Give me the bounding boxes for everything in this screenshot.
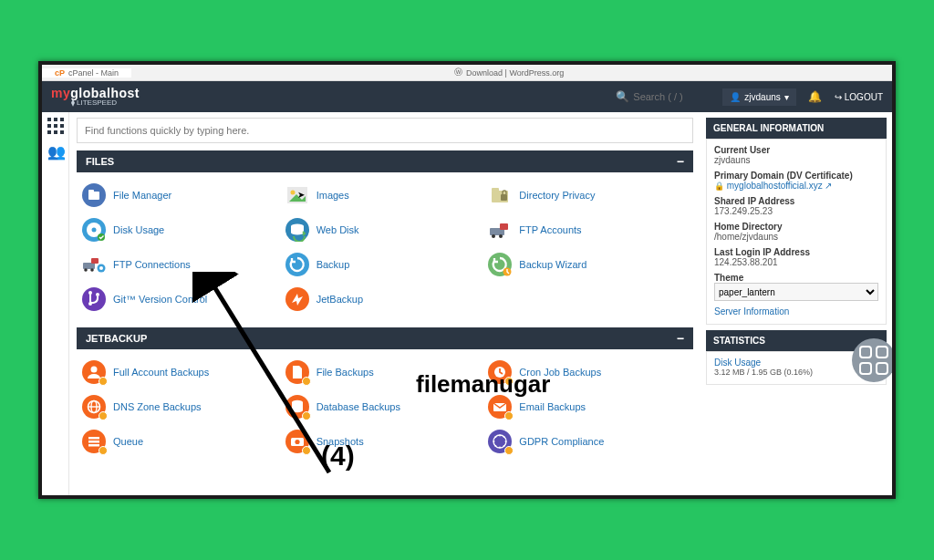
header-search[interactable]: 🔍 [616, 90, 715, 103]
group-jetbackup-header[interactable]: JETBACKUP − [77, 327, 693, 349]
cpanel-icon: cP [55, 68, 65, 78]
svg-point-69 [495, 445, 497, 447]
logo-my: my [51, 86, 70, 100]
svg-rect-31 [91, 258, 99, 264]
files-tool-file-manager[interactable]: File Manager [80, 180, 284, 211]
db-backups-icon [285, 395, 309, 419]
svg-point-68 [499, 447, 501, 449]
web-disk-icon [285, 218, 309, 242]
ftp-accounts-icon [488, 218, 512, 242]
jetbackup-tool-email-backups[interactable]: Email Backups [486, 391, 690, 422]
files-tool-dir-priv[interactable]: Directory Privacy [486, 180, 690, 211]
user-menu[interactable]: 👤 zjvdauns ▾ [722, 88, 795, 106]
backup-icon [285, 253, 309, 276]
svg-point-20 [92, 228, 97, 233]
svg-point-65 [503, 436, 505, 438]
floating-widget-button[interactable] [852, 338, 896, 382]
function-search[interactable] [77, 118, 693, 143]
tool-label: GDPR Compliance [519, 436, 604, 447]
notifications-button[interactable]: 🔔 [804, 90, 827, 103]
svg-point-21 [98, 233, 105, 241]
disk-usage-icon [82, 218, 106, 242]
jetbackup-tool-snapshots[interactable]: Snapshots [284, 426, 487, 457]
jetbackup-tool-cron-backups[interactable]: Cron Job Backups [486, 357, 690, 388]
files-tool-backup[interactable]: Backup [284, 249, 487, 280]
svg-point-33 [99, 266, 103, 270]
logout-button[interactable]: ↪ LOGOUT [835, 92, 883, 102]
tool-label: Snapshots [317, 436, 364, 447]
email-backups-icon [488, 395, 512, 419]
svg-rect-3 [47, 124, 51, 128]
shared-ip-label: Shared IP Address [714, 196, 878, 206]
jetbackup-tool-dns-backups[interactable]: DNS Zone Backups [80, 391, 284, 422]
files-tool-web-disk[interactable]: Web Disk [284, 214, 487, 245]
svg-rect-11 [88, 190, 94, 192]
tool-label: Images [317, 190, 349, 201]
svg-point-70 [493, 441, 495, 442]
svg-rect-4 [54, 124, 57, 128]
theme-label: Theme [714, 273, 878, 283]
user-icon: 👤 [730, 92, 741, 102]
bell-icon: 🔔 [808, 90, 822, 103]
jetbackup-tool-file-backups[interactable]: File Backups [284, 357, 487, 388]
files-tool-backup-wiz[interactable]: Backup Wizard [486, 249, 690, 280]
shared-ip-value: 173.249.25.23 [714, 206, 878, 216]
svg-point-67 [503, 445, 505, 447]
browser-tab-cpanel[interactable]: cP cPanel - Main [42, 68, 131, 78]
users-icon[interactable]: 👥 [47, 143, 64, 160]
last-login-label: Last Login IP Address [714, 247, 878, 257]
svg-point-43 [91, 367, 98, 373]
group-files-header[interactable]: FILES − [77, 150, 693, 172]
browser-tab-wp[interactable]: ⓦ Download | WordPress.org [441, 67, 576, 78]
jetbackup-tool-full-backups[interactable]: Full Account Backups [80, 357, 284, 388]
general-info-header: GENERAL INFORMATION [706, 118, 887, 139]
svg-point-64 [499, 435, 501, 437]
left-rail: 👥 [42, 112, 69, 495]
svg-point-29 [84, 268, 88, 272]
svg-rect-10 [88, 192, 99, 200]
brand-logo[interactable]: myglobalhost ⧫LITESPEED [51, 87, 140, 107]
svg-point-38 [88, 291, 92, 295]
files-tool-ftp-accounts[interactable]: FTP Accounts [486, 214, 690, 245]
svg-rect-8 [60, 130, 64, 134]
svg-point-25 [492, 234, 495, 238]
last-login-value: 124.253.88.201 [714, 257, 878, 267]
images-icon [285, 183, 309, 207]
dir-priv-icon [488, 183, 512, 207]
function-search-input[interactable] [85, 125, 685, 136]
grid-view-icon[interactable] [47, 118, 64, 134]
header-search-input[interactable] [633, 91, 715, 102]
cron-backups-icon [488, 360, 512, 384]
tool-label: Disk Usage [113, 224, 164, 235]
full-backups-icon [82, 360, 106, 384]
files-tool-git[interactable]: Git™ Version Control [80, 284, 284, 315]
svg-rect-28 [83, 263, 95, 269]
search-icon: 🔍 [616, 90, 629, 103]
server-info-link[interactable]: Server Information [714, 306, 878, 316]
browser-tabbar: cP cPanel - Main ⓦ Download | WordPress.… [42, 65, 892, 81]
tool-label: File Backups [317, 367, 374, 378]
tool-label: Backup Wizard [519, 259, 586, 270]
theme-select[interactable]: paper_lantern [714, 283, 878, 301]
primary-domain-link[interactable]: myglobalhostofficial.xyz [727, 181, 823, 191]
files-tool-images[interactable]: Images [284, 180, 487, 211]
dns-backups-icon [82, 395, 106, 419]
top-header: myglobalhost ⧫LITESPEED 🔍 👤 zjvdauns ▾ 🔔… [42, 81, 892, 112]
jetbackup-tool-queue[interactable]: Queue [80, 426, 284, 457]
file-manager-icon [82, 183, 106, 207]
collapse-icon[interactable]: − [677, 334, 684, 343]
logo-sub: LITESPEED [77, 99, 117, 107]
user-name: zjvdauns [744, 92, 780, 102]
jetbackup-tool-gdpr[interactable]: GDPR Compliance [486, 426, 690, 457]
files-tool-jetbackup[interactable]: JetBackup [284, 284, 487, 315]
svg-point-39 [88, 302, 92, 306]
group-title: FILES [86, 156, 114, 167]
home-dir-label: Home Directory [714, 222, 878, 232]
files-tool-disk-usage[interactable]: Disk Usage [80, 214, 284, 245]
app-window: cP cPanel - Main ⓦ Download | WordPress.… [38, 61, 896, 499]
jetbackup-tool-db-backups[interactable]: Database Backups [284, 391, 487, 422]
group-jetbackup: JETBACKUP − Full Account BackupsFile Bac… [77, 327, 693, 464]
collapse-icon[interactable]: − [677, 157, 684, 166]
external-link-icon[interactable]: ↗ [825, 181, 832, 191]
files-tool-ftp-conn[interactable]: FTP Connections [80, 249, 284, 280]
